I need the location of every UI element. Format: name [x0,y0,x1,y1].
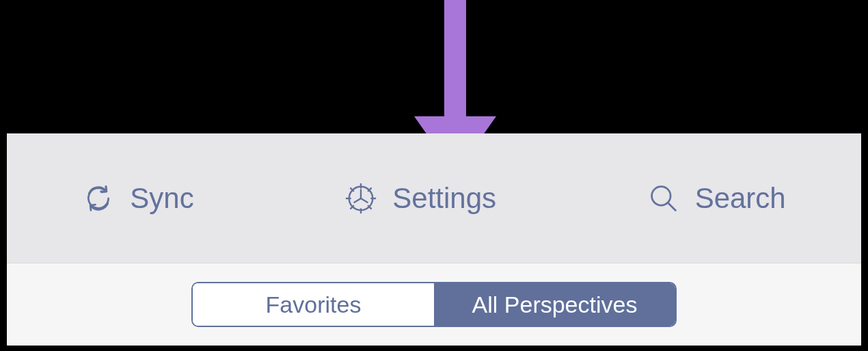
sync-button[interactable]: Sync [82,182,193,215]
tab-all-perspectives-label: All Perspectives [472,291,638,318]
tabs-container: Favorites All Perspectives [7,263,861,346]
tab-favorites-label: Favorites [266,291,362,318]
app-panel: Sync [7,133,861,346]
settings-label: Settings [392,182,496,215]
search-icon [647,182,680,215]
settings-button[interactable]: Settings [344,182,496,215]
search-label: Search [695,182,786,215]
gear-icon [344,182,377,215]
svg-line-10 [361,198,368,203]
toolbar: Sync [7,133,861,263]
tab-all-perspectives[interactable]: All Perspectives [434,283,675,326]
sync-icon [82,182,115,215]
search-button[interactable]: Search [647,182,786,215]
tab-favorites[interactable]: Favorites [193,283,434,326]
svg-line-11 [355,198,362,203]
segmented-control: Favorites All Perspectives [191,282,677,327]
svg-line-13 [668,203,675,210]
sync-label: Sync [130,182,193,215]
